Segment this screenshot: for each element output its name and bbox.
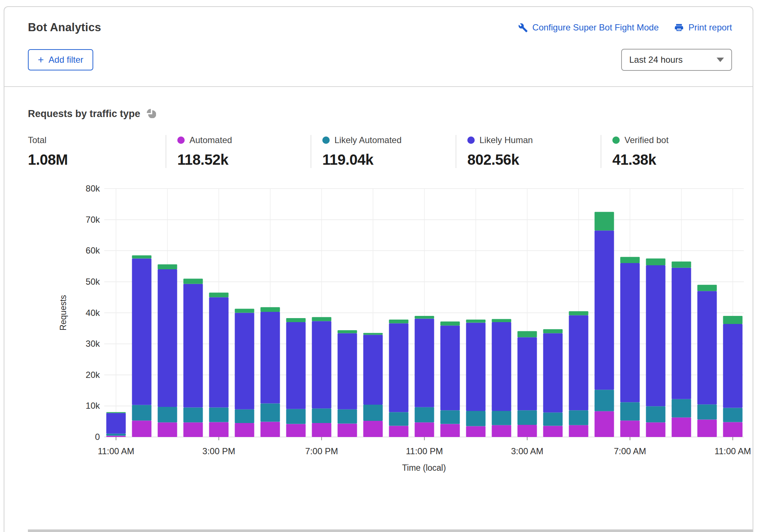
bar-segment-likely-human[interactable] <box>235 313 254 409</box>
bar-segment-likely-human[interactable] <box>441 325 460 410</box>
bar-segment-automated[interactable] <box>312 423 332 437</box>
bar-segment-automated[interactable] <box>441 424 460 437</box>
bar-segment-automated[interactable] <box>672 418 691 437</box>
bar-segment-automated[interactable] <box>595 411 614 437</box>
bar-segment-likely-human[interactable] <box>338 333 357 409</box>
bar-segment-verified-bot[interactable] <box>235 309 254 313</box>
bar-segment-verified-bot[interactable] <box>363 333 383 335</box>
bar-segment-verified-bot[interactable] <box>286 318 306 322</box>
bar-segment-verified-bot[interactable] <box>620 257 640 263</box>
bar-segment-likely-human[interactable] <box>286 322 306 409</box>
bar-segment-verified-bot[interactable] <box>441 321 460 325</box>
bar-segment-likely-human[interactable] <box>106 413 126 434</box>
bar-segment-verified-bot[interactable] <box>698 285 717 291</box>
bar-segment-likely-human[interactable] <box>595 230 614 390</box>
bar-segment-likely-automated[interactable] <box>106 434 126 436</box>
print-report-link[interactable]: Print report <box>674 22 732 33</box>
bar-segment-likely-automated[interactable] <box>338 409 357 424</box>
bar-segment-likely-human[interactable] <box>132 258 152 405</box>
configure-super-bot-fight-mode-link[interactable]: Configure Super Bot Fight Mode <box>518 22 659 33</box>
bar-segment-likely-automated[interactable] <box>312 408 332 423</box>
bar-segment-likely-human[interactable] <box>209 297 229 407</box>
bar-segment-verified-bot[interactable] <box>518 331 537 337</box>
bar-segment-likely-automated[interactable] <box>646 406 666 422</box>
bar-segment-verified-bot[interactable] <box>672 262 691 268</box>
bar-segment-verified-bot[interactable] <box>261 307 280 312</box>
bar-segment-automated[interactable] <box>466 426 486 437</box>
bar-segment-likely-automated[interactable] <box>518 410 537 425</box>
bar-segment-automated[interactable] <box>389 426 409 437</box>
bar-segment-verified-bot[interactable] <box>132 255 152 258</box>
bar-segment-likely-automated[interactable] <box>492 411 511 425</box>
bar-segment-automated[interactable] <box>106 436 126 437</box>
bar-segment-likely-human[interactable] <box>518 337 537 410</box>
bar-segment-likely-automated[interactable] <box>441 410 460 424</box>
bar-segment-likely-automated[interactable] <box>389 412 409 426</box>
bar-segment-automated[interactable] <box>261 422 280 437</box>
bar-segment-verified-bot[interactable] <box>415 316 434 319</box>
bar-segment-likely-human[interactable] <box>569 315 588 410</box>
bar-segment-likely-human[interactable] <box>312 321 332 408</box>
bar-segment-verified-bot[interactable] <box>106 412 126 413</box>
bar-segment-automated[interactable] <box>569 425 588 437</box>
bar-segment-verified-bot[interactable] <box>209 292 229 297</box>
bar-segment-automated[interactable] <box>158 422 177 437</box>
bar-segment-likely-automated[interactable] <box>158 407 177 422</box>
bar-segment-verified-bot[interactable] <box>312 317 332 321</box>
bar-segment-verified-bot[interactable] <box>595 212 614 230</box>
bar-segment-likely-automated[interactable] <box>723 408 743 422</box>
bar-segment-likely-automated[interactable] <box>569 410 588 425</box>
bar-segment-automated[interactable] <box>620 420 640 437</box>
bar-segment-automated[interactable] <box>698 420 717 437</box>
bar-segment-likely-automated[interactable] <box>543 412 563 426</box>
add-filter-button[interactable]: + Add filter <box>28 49 93 70</box>
bar-segment-likely-human[interactable] <box>646 265 666 406</box>
bar-segment-likely-automated[interactable] <box>132 405 152 420</box>
bar-segment-likely-human[interactable] <box>415 319 434 407</box>
bar-segment-automated[interactable] <box>209 422 229 437</box>
bar-segment-likely-human[interactable] <box>672 268 691 399</box>
bar-segment-likely-automated[interactable] <box>209 408 229 422</box>
bar-segment-likely-automated[interactable] <box>415 407 434 422</box>
bar-segment-verified-bot[interactable] <box>543 329 563 333</box>
bar-segment-verified-bot[interactable] <box>184 278 203 284</box>
bar-segment-likely-automated[interactable] <box>363 405 383 421</box>
bar-segment-automated[interactable] <box>723 422 743 437</box>
bar-segment-likely-automated[interactable] <box>261 404 280 422</box>
bar-segment-likely-automated[interactable] <box>620 402 640 420</box>
bar-segment-verified-bot[interactable] <box>158 264 177 269</box>
time-range-select[interactable]: Last 24 hours <box>621 49 732 71</box>
bar-segment-likely-human[interactable] <box>466 323 486 411</box>
bar-segment-likely-human[interactable] <box>261 312 280 404</box>
bar-segment-likely-human[interactable] <box>389 323 409 412</box>
bar-segment-verified-bot[interactable] <box>492 319 511 322</box>
bar-segment-likely-human[interactable] <box>723 324 743 408</box>
bar-segment-likely-human[interactable] <box>363 335 383 405</box>
bar-segment-likely-human[interactable] <box>543 333 563 412</box>
bar-segment-automated[interactable] <box>543 426 563 437</box>
bar-segment-automated[interactable] <box>415 422 434 437</box>
bar-segment-likely-human[interactable] <box>184 284 203 408</box>
bar-segment-likely-automated[interactable] <box>235 409 254 423</box>
bar-segment-automated[interactable] <box>646 422 666 437</box>
bar-segment-likely-human[interactable] <box>492 322 511 411</box>
bar-segment-automated[interactable] <box>132 420 152 437</box>
bar-segment-likely-automated[interactable] <box>286 409 306 424</box>
bar-segment-likely-automated[interactable] <box>698 404 717 419</box>
bar-segment-verified-bot[interactable] <box>569 311 588 315</box>
bar-segment-likely-automated[interactable] <box>672 399 691 418</box>
bar-segment-automated[interactable] <box>518 425 537 437</box>
bar-segment-likely-automated[interactable] <box>595 390 614 411</box>
bar-segment-automated[interactable] <box>363 421 383 437</box>
bar-segment-automated[interactable] <box>184 422 203 437</box>
bar-segment-verified-bot[interactable] <box>646 258 666 265</box>
bar-segment-likely-human[interactable] <box>158 269 177 407</box>
bar-segment-verified-bot[interactable] <box>466 320 486 323</box>
bar-segment-verified-bot[interactable] <box>389 320 409 323</box>
bar-segment-verified-bot[interactable] <box>723 316 743 324</box>
bar-segment-automated[interactable] <box>286 424 306 437</box>
bar-segment-likely-automated[interactable] <box>184 408 203 423</box>
bar-segment-automated[interactable] <box>235 423 254 437</box>
bar-segment-likely-human[interactable] <box>698 291 717 404</box>
bar-segment-likely-human[interactable] <box>620 263 640 402</box>
